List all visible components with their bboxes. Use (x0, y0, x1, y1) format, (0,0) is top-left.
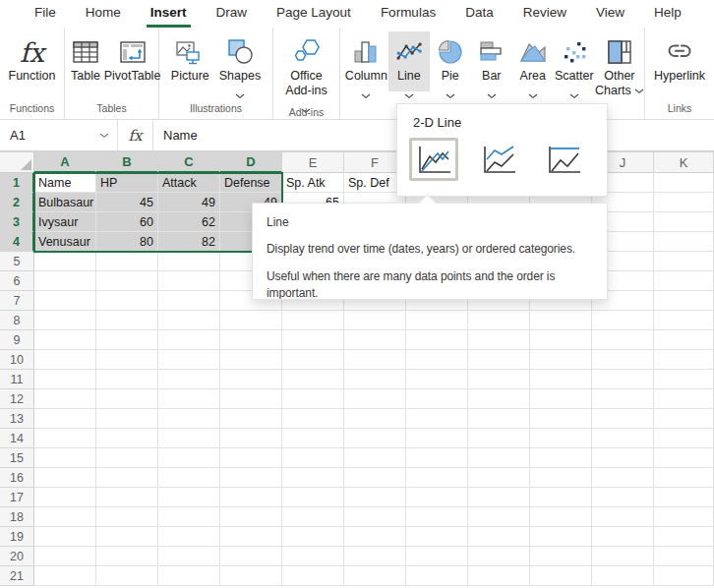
cell-I11[interactable] (530, 370, 592, 389)
cell-E1[interactable]: Sp. Atk (282, 173, 344, 193)
tab-review[interactable]: Review (519, 0, 570, 28)
cell-G12[interactable] (406, 389, 468, 409)
row-header-13[interactable]: 13 (0, 409, 34, 429)
cell-I19[interactable] (530, 527, 592, 547)
tab-draw[interactable]: Draw (212, 0, 252, 28)
cell-D21[interactable] (220, 566, 282, 586)
row-header-21[interactable]: 21 (0, 566, 34, 586)
cell-A8[interactable] (34, 311, 96, 330)
cell-B2[interactable]: 45 (96, 193, 158, 212)
row-header-6[interactable]: 6 (0, 271, 34, 291)
cell-K16[interactable] (654, 468, 714, 488)
cell-K1[interactable] (654, 173, 714, 193)
column-chart-button[interactable]: Column (344, 31, 388, 91)
row-header-4[interactable]: 4 (0, 232, 34, 252)
cell-E12[interactable] (282, 389, 344, 409)
cell-K20[interactable] (654, 547, 714, 566)
cell-C3[interactable]: 62 (158, 212, 220, 232)
cell-J11[interactable] (592, 370, 654, 389)
row-header-20[interactable]: 20 (0, 547, 34, 566)
cell-C11[interactable] (158, 370, 220, 389)
cell-A9[interactable] (34, 330, 96, 350)
picture-button[interactable]: Picture (166, 31, 214, 84)
column-header-K[interactable]: K (654, 152, 714, 173)
cell-D18[interactable] (220, 507, 282, 527)
cell-E19[interactable] (282, 527, 344, 547)
cell-E21[interactable] (282, 566, 344, 586)
cell-F21[interactable] (344, 566, 406, 586)
row-header-15[interactable]: 15 (0, 448, 34, 468)
cell-E18[interactable] (282, 507, 344, 527)
cell-F20[interactable] (344, 547, 406, 566)
cell-A11[interactable] (34, 370, 96, 389)
option-100-stacked-line-chart[interactable] (539, 138, 588, 181)
cell-D12[interactable] (220, 389, 282, 409)
cell-K3[interactable] (654, 212, 714, 232)
cell-G17[interactable] (406, 488, 468, 507)
cell-H18[interactable] (468, 507, 530, 527)
cell-D19[interactable] (220, 527, 282, 547)
tab-file[interactable]: File (30, 0, 60, 28)
cell-K19[interactable] (654, 527, 714, 547)
cell-B14[interactable] (96, 429, 158, 448)
cell-H14[interactable] (468, 429, 530, 448)
cell-A10[interactable] (34, 350, 96, 370)
cell-C14[interactable] (158, 429, 220, 448)
cell-K21[interactable] (654, 566, 714, 586)
tab-insert[interactable]: Insert (147, 0, 191, 28)
cell-C19[interactable] (158, 527, 220, 547)
cell-G14[interactable] (406, 429, 468, 448)
cell-I18[interactable] (530, 507, 592, 527)
cell-E17[interactable] (282, 488, 344, 507)
row-header-9[interactable]: 9 (0, 330, 34, 350)
tab-formulas[interactable]: Formulas (377, 0, 440, 28)
cell-G11[interactable] (406, 370, 468, 389)
cell-F13[interactable] (344, 409, 406, 429)
cell-E8[interactable] (282, 311, 344, 330)
row-header-8[interactable]: 8 (0, 311, 34, 330)
cell-D10[interactable] (220, 350, 282, 370)
cell-K18[interactable] (654, 507, 714, 527)
cell-G20[interactable] (406, 547, 468, 566)
row-header-18[interactable]: 18 (0, 507, 34, 527)
cell-J9[interactable] (592, 330, 654, 350)
row-header-3[interactable]: 3 (0, 212, 34, 232)
cell-F8[interactable] (344, 311, 406, 330)
cell-I15[interactable] (530, 448, 592, 468)
cell-I13[interactable] (530, 409, 592, 429)
tab-page-layout[interactable]: Page Layout (272, 0, 355, 28)
cell-C15[interactable] (158, 448, 220, 468)
function-button[interactable]: fx Function (4, 31, 61, 84)
hyperlink-button[interactable]: Hyperlink (649, 31, 710, 84)
cell-K8[interactable] (654, 311, 714, 330)
row-header-11[interactable]: 11 (0, 370, 34, 389)
shapes-button[interactable]: Shapes (214, 31, 266, 91)
cell-D16[interactable] (220, 468, 282, 488)
cell-K11[interactable] (654, 370, 714, 389)
cell-C5[interactable] (158, 252, 220, 271)
cell-I9[interactable] (530, 330, 592, 350)
cell-J10[interactable] (592, 350, 654, 370)
line-chart-button[interactable]: Line (388, 31, 430, 91)
cell-A20[interactable] (34, 547, 96, 566)
cell-A1[interactable]: Name (34, 173, 96, 193)
tab-home[interactable]: Home (82, 0, 125, 28)
office-addins-button[interactable]: Office Add-ins (280, 31, 331, 106)
cell-K12[interactable] (654, 389, 714, 409)
cell-J12[interactable] (592, 389, 654, 409)
cell-B15[interactable] (96, 448, 158, 468)
cell-A2[interactable]: Bulbasaur (34, 193, 96, 212)
cell-J8[interactable] (592, 311, 654, 330)
cell-I17[interactable] (530, 488, 592, 507)
cell-H8[interactable] (468, 311, 530, 330)
cell-B13[interactable] (96, 409, 158, 429)
cell-F9[interactable] (344, 330, 406, 350)
cell-D20[interactable] (220, 547, 282, 566)
cell-D8[interactable] (220, 311, 282, 330)
cell-J21[interactable] (592, 566, 654, 586)
cell-C1[interactable]: Attack (158, 173, 220, 193)
pie-chart-button[interactable]: Pie (430, 31, 471, 91)
cell-J18[interactable] (592, 507, 654, 527)
option-stacked-line-chart[interactable] (474, 138, 523, 181)
cell-A13[interactable] (34, 409, 96, 429)
